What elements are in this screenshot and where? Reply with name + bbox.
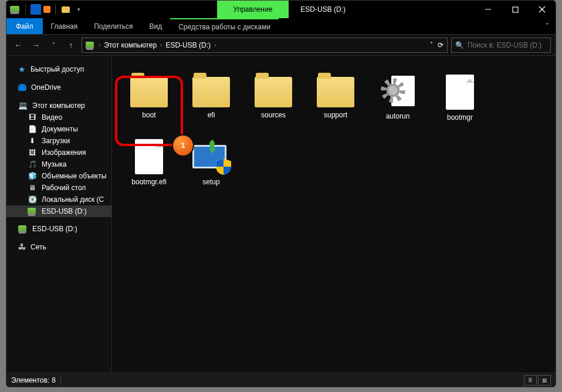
ribbon-file-tab[interactable]: Файл	[6, 18, 43, 34]
sidebar-item-icon: 🖼	[28, 148, 37, 157]
ribbon-tab-home[interactable]: Главная	[43, 18, 86, 34]
file-item-label: bootmgr	[447, 113, 473, 121]
close-button[interactable]	[529, 1, 556, 18]
sidebar-item-icon: 🎵	[28, 160, 37, 168]
quick-access-toolbar: ▾	[6, 4, 84, 15]
chevron-right-icon: ›	[99, 42, 100, 48]
window-controls	[475, 1, 556, 18]
qat-dropdown-icon[interactable]: ▾	[73, 4, 84, 15]
sidebar-item-icon: 📄	[28, 125, 37, 133]
network-icon: 🖧	[18, 242, 26, 251]
sidebar-item[interactable]: 📄Документы	[6, 123, 111, 135]
svg-rect-1	[513, 7, 518, 12]
sidebar-item-icon: 🎞	[28, 113, 37, 121]
drive-icon	[28, 207, 37, 215]
ribbon-tab-drive-tools[interactable]: Средства работы с дисками	[170, 18, 279, 34]
star-icon: ★	[18, 65, 26, 74]
sidebar-item[interactable]: 🧊Объемные объекты	[6, 170, 111, 182]
sidebar-item[interactable]: 🎞Видео	[6, 111, 111, 123]
drive-icon	[18, 225, 28, 233]
sidebar-onedrive[interactable]: OneDrive	[6, 82, 111, 93]
chevron-right-icon: ›	[160, 42, 162, 48]
nav-forward-button[interactable]: →	[29, 38, 43, 52]
contextual-tab-label: Управление	[217, 1, 289, 18]
file-item-boot[interactable]: boot	[118, 67, 180, 132]
qat-folder-icon[interactable]	[60, 4, 71, 15]
app-icon	[10, 4, 21, 15]
sidebar-quick-access[interactable]: ★ Быстрый доступ	[6, 63, 111, 76]
sidebar-item-label: Видео	[42, 113, 62, 121]
titlebar: ▾ Управление ESD-USB (D:)	[6, 1, 556, 18]
sidebar-item[interactable]: ⬇Загрузки	[6, 135, 111, 147]
sidebar-item-label: Музыка	[42, 160, 66, 168]
file-item-setup[interactable]: setup	[180, 132, 242, 197]
file-list[interactable]: bootefisourcessupportautorunbootmgrbootm…	[112, 56, 556, 373]
sidebar-item[interactable]: 🖼Изображения	[6, 147, 111, 158]
sidebar-this-pc[interactable]: 💻 Этот компьютер	[6, 99, 111, 111]
sidebar-item-label: Объемные объекты	[42, 172, 106, 180]
ribbon-tab-share[interactable]: Поделиться	[86, 18, 141, 34]
file-item-support[interactable]: support	[304, 67, 367, 132]
status-bar: Элементов: 8 ≣ ▦	[6, 373, 556, 387]
search-icon: 🔍	[455, 41, 464, 49]
nav-up-button[interactable]: ↑	[64, 38, 78, 52]
file-item-label: bootmgr.efi	[131, 178, 166, 186]
view-details-button[interactable]: ≣	[524, 375, 537, 386]
file-item-label: support	[324, 111, 347, 119]
sidebar-esd-usb[interactable]: ESD-USB (D:)	[6, 205, 111, 217]
explorer-body: ★ Быстрый доступ OneDrive 💻 Этот компьют…	[6, 56, 556, 373]
sidebar-item-icon: ⬇	[28, 137, 37, 145]
sidebar-item-label: Рабочий стол	[42, 184, 86, 192]
sidebar-item-icon: 🧊	[28, 172, 37, 180]
file-item-label: sources	[261, 111, 286, 119]
file-item-sources[interactable]: sources	[242, 67, 304, 132]
cloud-icon	[18, 84, 26, 91]
file-item-label: autorun	[386, 112, 410, 120]
sidebar-network[interactable]: 🖧 Сеть	[6, 241, 111, 253]
qat-pin-icon[interactable]	[31, 4, 41, 15]
navigation-pane: ★ Быстрый доступ OneDrive 💻 Этот компьют…	[6, 56, 112, 373]
status-count: 8	[52, 376, 56, 384]
view-icons-button[interactable]: ▦	[538, 375, 551, 386]
minimize-button[interactable]	[475, 1, 502, 18]
qat-select-icon[interactable]	[43, 6, 50, 13]
nav-recent-button[interactable]: ˅	[46, 38, 60, 52]
sidebar-item[interactable]: 🎵Музыка	[6, 158, 111, 170]
address-dropdown-icon[interactable]: ˅	[430, 41, 433, 49]
sidebar-item-icon: 💽	[28, 195, 37, 204]
address-bar[interactable]: › Этот компьютер › ESD-USB (D:) › ˅ ⟳	[82, 38, 448, 53]
ribbon-expand-button[interactable]: ˅	[539, 18, 556, 34]
sidebar-item[interactable]: 💽Локальный диск (C	[6, 194, 111, 205]
chevron-right-icon: ›	[214, 42, 216, 48]
sidebar-item-icon: 🖥	[28, 184, 37, 192]
file-item-bootmgr[interactable]: bootmgr	[429, 67, 491, 132]
breadcrumb-current[interactable]: ESD-USB (D:)	[165, 41, 211, 49]
file-item-label: boot	[142, 111, 155, 119]
sidebar-item-label: Локальный диск (C	[42, 195, 104, 204]
sidebar-item-label: Документы	[42, 125, 78, 133]
navigation-bar: ← → ˅ ↑ › Этот компьютер › ESD-USB (D:) …	[6, 35, 556, 56]
breadcrumb-this-pc[interactable]: Этот компьютер	[104, 41, 157, 49]
refresh-button[interactable]: ⟳	[438, 41, 443, 49]
address-drive-icon	[86, 41, 95, 49]
search-placeholder: Поиск в: ESD-USB (D:)	[468, 41, 541, 49]
sidebar-item-label: Изображения	[42, 148, 86, 157]
maximize-button[interactable]	[502, 1, 529, 18]
ribbon-tab-view[interactable]: Вид	[141, 18, 170, 34]
file-item-autorun[interactable]: autorun	[367, 67, 429, 132]
sidebar-item-label: Загрузки	[42, 137, 70, 145]
contextual-tab-group: Управление	[217, 1, 289, 18]
sidebar-esd-usb-root[interactable]: ESD-USB (D:)	[6, 223, 111, 235]
status-count-label: Элементов:	[11, 376, 49, 384]
nav-back-button[interactable]: ←	[11, 38, 25, 52]
ribbon: Файл Главная Поделиться Вид Средства раб…	[6, 18, 556, 35]
search-input[interactable]: 🔍 Поиск в: ESD-USB (D:)	[451, 38, 551, 53]
explorer-window: ▾ Управление ESD-USB (D:) Файл Главная П…	[6, 0, 556, 387]
sidebar-item[interactable]: 🖥Рабочий стол	[6, 182, 111, 194]
window-title: ESD-USB (D:)	[289, 5, 357, 13]
file-item-bootmgr.efi[interactable]: bootmgr.efi	[118, 132, 180, 197]
file-item-efi[interactable]: efi	[180, 67, 242, 132]
pc-icon: 💻	[18, 101, 28, 110]
file-item-label: setup	[202, 178, 219, 186]
file-item-label: efi	[208, 111, 215, 119]
